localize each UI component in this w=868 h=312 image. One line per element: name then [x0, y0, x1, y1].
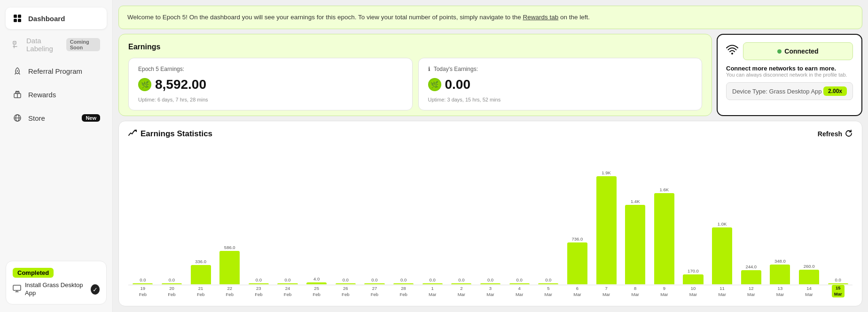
bar-date-label: 23Feb: [255, 286, 262, 297]
bar-date-label: 15Mar: [832, 285, 845, 297]
bar-date-label: 7Mar: [602, 286, 610, 297]
bar: [336, 283, 356, 284]
bar-value-label: 0.0: [835, 277, 841, 282]
connected-button[interactable]: Connected: [743, 42, 853, 60]
bar-value-label: 0.0: [343, 277, 349, 282]
bar-date-label: 11Mar: [718, 286, 726, 297]
svg-rect-1: [18, 15, 21, 18]
sidebar-item-dashboard-label: Dashboard: [28, 15, 65, 23]
bar: [538, 283, 558, 284]
content-row: Earnings Epoch 5 Earnings: 🌿 8,592.00 Up…: [118, 34, 862, 116]
chart-baseline: [128, 285, 852, 285]
rewards-tab-link[interactable]: Rewards tab: [523, 14, 558, 21]
bar-date-label: 27Feb: [371, 286, 378, 297]
bar: [828, 283, 848, 284]
bar: [770, 265, 790, 284]
bar-group: 260.014Mar: [795, 264, 824, 284]
bar-group: 336.021Feb: [186, 259, 215, 284]
bar-group: 348.013Mar: [766, 258, 795, 284]
earnings-boxes: Epoch 5 Earnings: 🌿 8,592.00 Uptime: 6 d…: [128, 58, 702, 110]
sidebar-bottom: Completed Install Grass Desktop App ✓: [6, 261, 107, 304]
epoch-grass-icon: 🌿: [138, 78, 151, 91]
bar-group: 0.05Mar: [534, 277, 563, 284]
completed-task-label: Install Grass Desktop App: [25, 281, 87, 297]
bar-date-label: 3Mar: [486, 286, 494, 297]
bar: [712, 227, 732, 284]
bar-date-label: 6Mar: [573, 286, 581, 297]
bar: [567, 242, 587, 284]
bar-value-label: 260.0: [804, 264, 815, 269]
refresh-label: Refresh: [818, 130, 842, 138]
bar-value-label: 0.0: [516, 277, 523, 282]
bar-group: 0.02Mar: [447, 277, 476, 284]
bar-group: 170.010Mar: [679, 268, 708, 284]
sidebar-item-data-labeling[interactable]: Data Labeling Coming Soon: [6, 31, 107, 58]
bar-value-label: 336.0: [195, 259, 206, 264]
bar-group: 1.0K11Mar: [708, 221, 737, 284]
svg-point-8: [17, 70, 18, 72]
today-label: ℹ Today's Earnings:: [428, 66, 693, 72]
epoch-earnings-box: Epoch 5 Earnings: 🌿 8,592.00 Uptime: 6 d…: [128, 58, 413, 110]
bar-group: 0.026Feb: [331, 277, 360, 284]
bar-date-label: 9Mar: [660, 286, 668, 297]
welcome-banner: Welcome to Epoch 5! On the dashboard you…: [118, 6, 862, 29]
connect-more-text: Connect more networks to earn more. You …: [726, 65, 853, 78]
bar-date-label: 28Feb: [399, 286, 407, 297]
new-badge: New: [82, 114, 100, 122]
refresh-icon: [845, 130, 852, 139]
bar: [306, 282, 327, 284]
chart-icon: [128, 129, 137, 139]
bar-value-label: 1.0K: [718, 221, 727, 226]
bar-date-label: 10Mar: [689, 286, 697, 297]
device-type-multiplier: 2.00x: [823, 86, 847, 96]
svg-rect-2: [14, 19, 17, 22]
bar-group: 4.025Feb: [302, 276, 331, 284]
bar: [480, 283, 500, 284]
bar-date-label: 22Feb: [226, 286, 234, 297]
bar-group: 0.023Feb: [244, 277, 274, 284]
bar-value-label: 170.0: [688, 268, 699, 273]
sidebar-item-rewards[interactable]: Rewards: [6, 84, 107, 105]
epoch-value-row: 🌿 8,592.00: [138, 77, 403, 92]
checkmark-icon: ✓: [91, 284, 100, 295]
bar-date-label: 19Feb: [139, 286, 147, 297]
bar-group: 586.022Feb: [215, 245, 244, 284]
completed-row: Install Grass Desktop App ✓: [13, 281, 100, 297]
sidebar-item-data-labeling-label: Data Labeling: [26, 37, 61, 53]
bar-value-label: 0.0: [169, 277, 175, 282]
bar-date-label: 26Feb: [342, 286, 349, 297]
bar-value-label: 0.0: [284, 277, 290, 282]
bar-value-label: 0.0: [458, 277, 464, 282]
tag-icon: [12, 39, 21, 50]
bar-group: 0.04Mar: [505, 277, 534, 284]
stats-card: Earnings Statistics Refresh 0.019Feb0.02…: [118, 121, 862, 306]
earnings-card: Earnings Epoch 5 Earnings: 🌿 8,592.00 Up…: [118, 34, 712, 116]
sidebar-item-referral[interactable]: Referral Program: [6, 60, 107, 82]
bar-value-label: 0.0: [371, 277, 377, 282]
svg-rect-3: [18, 19, 21, 22]
bar-date-label: 14Mar: [805, 286, 813, 297]
bar-value-label: 1.4K: [631, 199, 640, 204]
bar-value-label: 1.9K: [602, 170, 611, 175]
sidebar-item-store[interactable]: Store New: [6, 107, 107, 129]
bar-value-label: 244.0: [745, 264, 757, 269]
today-label-text: Today's Earnings:: [434, 66, 478, 72]
bar-value-label: 0.0: [487, 277, 493, 282]
bar-date-label: 13Mar: [776, 286, 784, 297]
svg-point-7: [14, 42, 15, 43]
bar-date-label: 20Feb: [168, 286, 175, 297]
today-earnings-box: ℹ Today's Earnings: 🌿 0.00 Uptime: 3 day…: [418, 58, 703, 110]
earnings-title: Earnings: [128, 43, 702, 51]
sphere-icon: [12, 113, 23, 123]
refresh-button[interactable]: Refresh: [818, 130, 852, 139]
desktop-icon: [13, 284, 21, 295]
bar: [683, 274, 703, 284]
sidebar-item-dashboard[interactable]: Dashboard: [6, 8, 107, 29]
bar: [509, 283, 530, 284]
completed-badge: Completed: [13, 268, 54, 278]
bar: [277, 283, 297, 284]
bar-value-label: 586.0: [224, 245, 235, 250]
bar-date-label: 24Feb: [284, 286, 291, 297]
sidebar: Dashboard Data Labeling Coming Soon Refe…: [0, 0, 113, 312]
bar: [393, 283, 414, 284]
